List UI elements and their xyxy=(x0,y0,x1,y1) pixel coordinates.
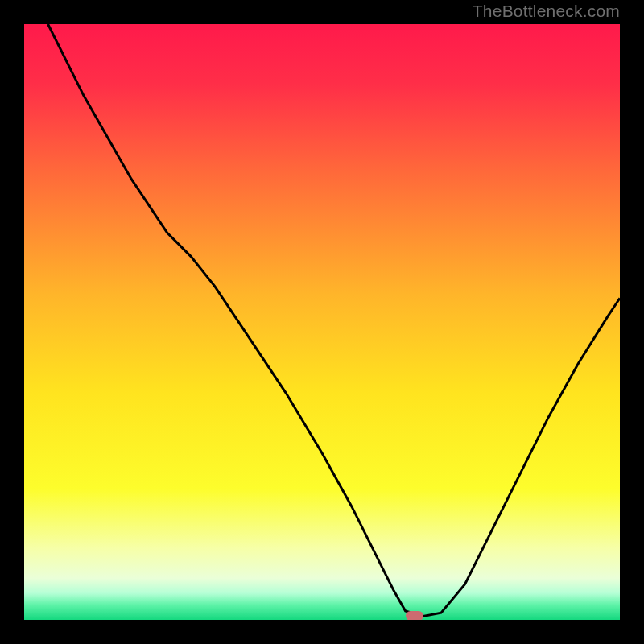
plot-area xyxy=(24,24,620,620)
bottleneck-curve xyxy=(24,24,620,620)
optimal-point-marker xyxy=(406,611,423,620)
chart-frame: TheBottleneck.com xyxy=(0,0,644,644)
watermark-text: TheBottleneck.com xyxy=(473,2,620,21)
